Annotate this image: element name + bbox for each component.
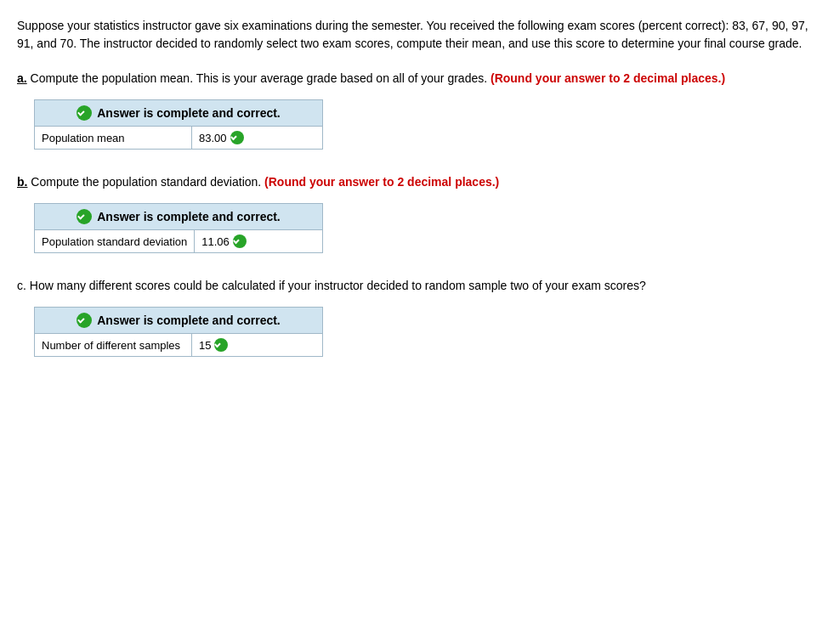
- question-c: c. How many different scores could be ca…: [17, 277, 811, 357]
- check-icon-b: [77, 209, 92, 224]
- answer-value-b-text: 11.06: [201, 235, 230, 248]
- part-c-letter: c.: [17, 279, 26, 292]
- part-b-letter: b.: [17, 175, 27, 189]
- answer-label-b: Population standard deviation: [35, 230, 195, 252]
- answer-header-a: Answer is complete and correct.: [35, 100, 322, 127]
- part-a-letter: a.: [17, 71, 27, 85]
- answer-row-a: Population mean 83.00: [35, 127, 322, 149]
- answer-header-c-text: Answer is complete and correct.: [97, 314, 281, 327]
- answer-label-a: Population mean: [35, 127, 192, 149]
- question-b: b. Compute the population standard devia…: [17, 173, 811, 253]
- answer-label-c: Number of different samples: [35, 334, 192, 356]
- answer-row-c: Number of different samples 15: [35, 334, 322, 356]
- question-b-text: Compute the population standard deviatio…: [31, 175, 264, 189]
- answer-value-a: 83.00: [192, 127, 251, 149]
- answer-row-b: Population standard deviation 11.06: [35, 230, 322, 252]
- answer-header-b-text: Answer is complete and correct.: [97, 210, 281, 223]
- question-b-label: b. Compute the population standard devia…: [17, 173, 811, 191]
- answer-header-c: Answer is complete and correct.: [35, 308, 322, 334]
- answer-header-b: Answer is complete and correct.: [35, 204, 322, 230]
- question-c-label: c. How many different scores could be ca…: [17, 277, 811, 295]
- value-check-a: [230, 131, 244, 144]
- value-check-c: [214, 338, 228, 352]
- answer-header-a-text: Answer is complete and correct.: [97, 106, 281, 120]
- answer-value-c: 15: [192, 334, 235, 356]
- answer-value-c-text: 15: [199, 339, 211, 352]
- check-icon-a: [77, 105, 92, 121]
- answer-box-b: Answer is complete and correct. Populati…: [34, 203, 323, 253]
- answer-value-a-text: 83.00: [199, 132, 227, 144]
- answer-box-c: Answer is complete and correct. Number o…: [34, 307, 323, 357]
- question-a-text: Compute the population mean. This is you…: [31, 71, 491, 85]
- answer-box-a: Answer is complete and correct. Populati…: [34, 99, 323, 150]
- question-a-label: a. Compute the population mean. This is …: [17, 70, 811, 88]
- question-c-text: How many different scores could be calcu…: [30, 279, 646, 292]
- question-b-round-note: (Round your answer to 2 decimal places.): [264, 175, 499, 189]
- intro-paragraph: Suppose your statistics instructor gave …: [17, 17, 811, 53]
- value-check-b: [233, 234, 247, 248]
- check-icon-c: [77, 313, 92, 328]
- answer-value-b: 11.06: [195, 230, 253, 252]
- question-a: a. Compute the population mean. This is …: [17, 70, 811, 150]
- question-a-round-note: (Round your answer to 2 decimal places.): [491, 71, 725, 85]
